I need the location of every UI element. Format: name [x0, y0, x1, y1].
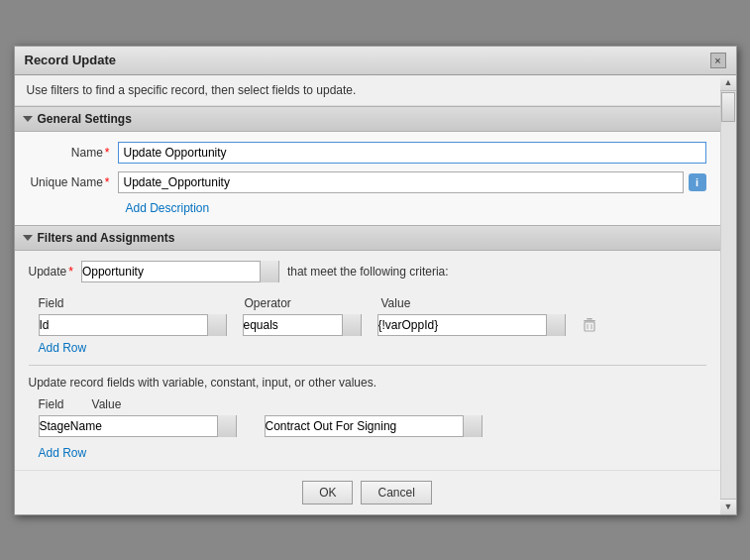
filter-data-row: Id equals {!varOppId} — [39, 314, 706, 336]
unique-name-required: * — [105, 175, 110, 189]
scroll-track[interactable] — [721, 91, 736, 499]
general-settings-body: Name* Unique Name* i Add Description — [15, 132, 720, 225]
unique-name-input[interactable] — [118, 171, 684, 193]
general-settings-label: General Settings — [38, 112, 132, 126]
unique-name-label: Unique Name* — [29, 175, 118, 189]
name-label: Name* — [29, 146, 118, 160]
main-content: Use filters to find a specific record, t… — [15, 75, 720, 514]
cancel-button[interactable]: Cancel — [361, 481, 431, 504]
record-update-dialog: Record Update × Use filters to find a sp… — [14, 46, 737, 515]
delete-row-button[interactable] — [580, 315, 599, 335]
info-icon[interactable]: i — [689, 173, 706, 191]
update-fields-table: Field Value StageName — [39, 397, 706, 460]
scroll-up-arrow[interactable]: ▲ — [720, 75, 736, 91]
dialog-title: Record Update — [25, 53, 116, 67]
value-col-header: Value — [381, 296, 570, 310]
svg-rect-2 — [585, 322, 594, 331]
field2-col-label: Field — [39, 397, 64, 411]
scroll-thumb[interactable] — [721, 92, 735, 122]
update-field-data-row: StageName Contract Out For Signing — [39, 415, 706, 437]
value-select[interactable]: {!varOppId} — [377, 314, 566, 336]
name-input[interactable] — [118, 142, 706, 164]
svg-rect-1 — [587, 318, 592, 320]
add-update-row-link[interactable]: Add Row — [39, 446, 87, 460]
update-object-row: Update* Opportunity that meet the follow… — [29, 261, 706, 282]
dialog-body: Use filters to find a specific record, t… — [15, 75, 736, 514]
svg-rect-0 — [584, 320, 595, 322]
object-select[interactable]: Opportunity — [81, 261, 279, 282]
update-label: Update* — [29, 265, 73, 279]
field2-col: Field — [39, 397, 64, 411]
value2-col-label: Value — [92, 397, 122, 411]
update-field-header-row: Field Value — [39, 397, 706, 411]
operator-select[interactable]: equals — [243, 314, 362, 336]
title-bar: Record Update × — [15, 47, 736, 75]
description-bar: Use filters to find a specific record, t… — [15, 75, 720, 106]
field-select[interactable]: Id — [39, 314, 227, 336]
field2-select-wrapper[interactable]: StageName — [39, 415, 237, 437]
filters-assignments-label: Filters and Assignments — [38, 231, 175, 245]
operator-select-wrapper[interactable]: equals — [243, 314, 362, 336]
collapse-triangle-general[interactable] — [23, 116, 33, 122]
value2-select[interactable]: Contract Out For Signing — [265, 415, 482, 437]
footer-buttons: OK Cancel — [15, 470, 720, 514]
value-select-wrapper[interactable]: {!varOppId} — [377, 314, 566, 336]
unique-name-row: Unique Name* i — [29, 171, 706, 193]
field-select-wrapper[interactable]: Id — [39, 314, 227, 336]
section-divider — [29, 365, 706, 366]
filter-field-table: Field Operator Value Id — [39, 296, 706, 355]
collapse-triangle-filters[interactable] — [23, 235, 33, 241]
name-row: Name* — [29, 142, 706, 164]
criteria-text: that meet the following criteria: — [287, 265, 449, 279]
scroll-down-arrow[interactable]: ▼ — [720, 499, 736, 514]
scrollbar[interactable]: ▲ ▼ — [720, 75, 736, 514]
general-settings-header: General Settings — [15, 106, 720, 132]
add-description-link[interactable]: Add Description — [126, 201, 210, 215]
name-required: * — [105, 146, 110, 160]
value2-select-wrapper[interactable]: Contract Out For Signing — [265, 415, 482, 437]
ok-button[interactable]: OK — [302, 481, 353, 504]
filters-assignments-header: Filters and Assignments — [15, 225, 720, 251]
close-button[interactable]: × — [710, 53, 726, 68]
field2-select[interactable]: StageName — [39, 415, 237, 437]
field-col-header: Field — [39, 296, 227, 310]
filters-body: Update* Opportunity that meet the follow… — [15, 251, 720, 470]
update-fields-desc: Update record fields with variable, cons… — [29, 376, 706, 390]
filter-header-row: Field Operator Value — [39, 296, 706, 310]
object-select-wrapper[interactable]: Opportunity — [81, 261, 279, 282]
description-text: Use filters to find a specific record, t… — [27, 83, 357, 97]
value2-col: Value — [92, 397, 122, 411]
operator-col-header: Operator — [245, 296, 364, 310]
add-filter-row-link[interactable]: Add Row — [39, 341, 87, 355]
